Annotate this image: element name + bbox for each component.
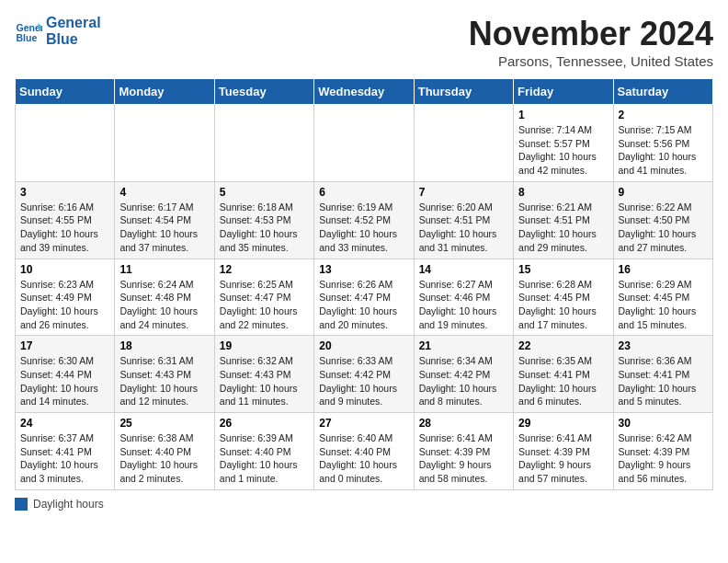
day-number: 2 [619, 109, 708, 121]
calendar-cell: 3Sunrise: 6:16 AM Sunset: 4:55 PM Daylig… [16, 181, 115, 259]
calendar-cell: 21Sunrise: 6:34 AM Sunset: 4:42 PM Dayli… [414, 336, 513, 413]
day-number: 19 [220, 339, 309, 352]
day-info: Sunrise: 6:41 AM Sunset: 4:39 PM Dayligh… [419, 431, 508, 486]
day-info: Sunrise: 6:41 AM Sunset: 4:39 PM Dayligh… [518, 431, 608, 486]
day-info: Sunrise: 6:29 AM Sunset: 4:45 PM Dayligh… [619, 278, 708, 332]
day-number: 12 [220, 263, 309, 276]
day-info: Sunrise: 6:39 AM Sunset: 4:40 PM Dayligh… [220, 431, 309, 486]
calendar-cell: 13Sunrise: 6:26 AM Sunset: 4:47 PM Dayli… [314, 259, 414, 336]
day-info: Sunrise: 6:37 AM Sunset: 4:41 PM Dayligh… [20, 431, 109, 486]
calendar-day-header: Monday [115, 79, 214, 105]
location: Parsons, Tennessee, United States [469, 53, 713, 69]
legend-label: Daylight hours [33, 498, 104, 511]
calendar-cell [314, 105, 414, 182]
logo-general: General [46, 15, 101, 31]
calendar-header-row: SundayMondayTuesdayWednesdayThursdayFrid… [16, 79, 713, 105]
day-info: Sunrise: 6:32 AM Sunset: 4:43 PM Dayligh… [220, 354, 309, 408]
calendar-day-header: Tuesday [214, 79, 313, 105]
calendar-day-header: Friday [514, 79, 613, 105]
day-info: Sunrise: 7:14 AM Sunset: 5:57 PM Dayligh… [518, 123, 608, 178]
calendar-cell: 1Sunrise: 7:14 AM Sunset: 5:57 PM Daylig… [514, 105, 613, 182]
svg-text:Blue: Blue [17, 31, 38, 42]
day-info: Sunrise: 6:38 AM Sunset: 4:40 PM Dayligh… [119, 431, 209, 486]
calendar-cell [414, 105, 513, 182]
calendar-cell: 28Sunrise: 6:41 AM Sunset: 4:39 PM Dayli… [414, 413, 513, 490]
calendar-day-header: Saturday [613, 79, 712, 105]
calendar-cell: 16Sunrise: 6:29 AM Sunset: 4:45 PM Dayli… [613, 259, 712, 336]
calendar-cell: 14Sunrise: 6:27 AM Sunset: 4:46 PM Dayli… [414, 259, 513, 336]
calendar-week-row: 10Sunrise: 6:23 AM Sunset: 4:49 PM Dayli… [16, 259, 713, 336]
calendar-cell: 17Sunrise: 6:30 AM Sunset: 4:44 PM Dayli… [16, 336, 115, 413]
calendar-day-header: Thursday [414, 79, 513, 105]
month-title: November 2024 [469, 15, 713, 53]
calendar-cell: 12Sunrise: 6:25 AM Sunset: 4:47 PM Dayli… [214, 259, 313, 336]
title-block: November 2024 Parsons, Tennessee, United… [469, 15, 713, 69]
day-number: 20 [319, 339, 408, 352]
day-number: 23 [619, 339, 708, 352]
logo-blue: Blue [46, 31, 101, 48]
day-number: 13 [319, 263, 408, 276]
calendar-cell: 2Sunrise: 7:15 AM Sunset: 5:56 PM Daylig… [613, 105, 712, 182]
day-number: 17 [20, 339, 109, 352]
calendar-cell: 27Sunrise: 6:40 AM Sunset: 4:40 PM Dayli… [314, 413, 414, 490]
day-info: Sunrise: 6:33 AM Sunset: 4:42 PM Dayligh… [319, 354, 408, 408]
calendar-cell [115, 105, 214, 182]
calendar-cell: 5Sunrise: 6:18 AM Sunset: 4:53 PM Daylig… [214, 181, 313, 259]
day-info: Sunrise: 6:34 AM Sunset: 4:42 PM Dayligh… [419, 354, 508, 408]
legend: Daylight hours [15, 498, 713, 511]
legend-box [15, 498, 28, 511]
day-info: Sunrise: 6:17 AM Sunset: 4:54 PM Dayligh… [119, 201, 209, 255]
calendar-table: SundayMondayTuesdayWednesdayThursdayFrid… [15, 78, 713, 490]
day-info: Sunrise: 6:25 AM Sunset: 4:47 PM Dayligh… [220, 278, 309, 332]
day-number: 18 [119, 339, 209, 352]
calendar-cell: 20Sunrise: 6:33 AM Sunset: 4:42 PM Dayli… [314, 336, 414, 413]
day-number: 6 [319, 186, 408, 199]
day-info: Sunrise: 6:26 AM Sunset: 4:47 PM Dayligh… [319, 278, 408, 332]
day-number: 21 [419, 339, 508, 352]
day-info: Sunrise: 6:42 AM Sunset: 4:39 PM Dayligh… [619, 431, 708, 486]
calendar-cell [16, 105, 115, 182]
day-number: 24 [20, 417, 109, 430]
day-info: Sunrise: 7:15 AM Sunset: 5:56 PM Dayligh… [619, 123, 708, 178]
calendar-cell: 4Sunrise: 6:17 AM Sunset: 4:54 PM Daylig… [115, 181, 214, 259]
day-number: 15 [518, 263, 608, 276]
day-number: 3 [20, 186, 109, 199]
day-info: Sunrise: 6:16 AM Sunset: 4:55 PM Dayligh… [20, 201, 109, 255]
calendar-day-header: Sunday [16, 79, 115, 105]
calendar-day-header: Wednesday [314, 79, 414, 105]
day-info: Sunrise: 6:24 AM Sunset: 4:48 PM Dayligh… [119, 278, 209, 332]
day-info: Sunrise: 6:35 AM Sunset: 4:41 PM Dayligh… [518, 354, 608, 408]
day-number: 5 [220, 186, 309, 199]
calendar-week-row: 3Sunrise: 6:16 AM Sunset: 4:55 PM Daylig… [16, 181, 713, 259]
logo: General Blue General Blue [15, 15, 101, 47]
day-info: Sunrise: 6:31 AM Sunset: 4:43 PM Dayligh… [119, 354, 209, 408]
day-number: 14 [419, 263, 508, 276]
day-info: Sunrise: 6:36 AM Sunset: 4:41 PM Dayligh… [619, 354, 708, 408]
calendar-cell: 30Sunrise: 6:42 AM Sunset: 4:39 PM Dayli… [613, 413, 712, 490]
day-number: 10 [20, 263, 109, 276]
day-info: Sunrise: 6:19 AM Sunset: 4:52 PM Dayligh… [319, 201, 408, 255]
day-number: 8 [518, 186, 608, 199]
day-info: Sunrise: 6:27 AM Sunset: 4:46 PM Dayligh… [419, 278, 508, 332]
day-info: Sunrise: 6:21 AM Sunset: 4:51 PM Dayligh… [518, 201, 608, 255]
day-info: Sunrise: 6:22 AM Sunset: 4:50 PM Dayligh… [619, 201, 708, 255]
day-number: 22 [518, 339, 608, 352]
calendar-cell: 11Sunrise: 6:24 AM Sunset: 4:48 PM Dayli… [115, 259, 214, 336]
day-number: 30 [619, 417, 708, 430]
calendar-cell: 9Sunrise: 6:22 AM Sunset: 4:50 PM Daylig… [613, 181, 712, 259]
calendar-cell: 6Sunrise: 6:19 AM Sunset: 4:52 PM Daylig… [314, 181, 414, 259]
day-info: Sunrise: 6:40 AM Sunset: 4:40 PM Dayligh… [319, 431, 408, 486]
calendar-cell: 7Sunrise: 6:20 AM Sunset: 4:51 PM Daylig… [414, 181, 513, 259]
day-info: Sunrise: 6:23 AM Sunset: 4:49 PM Dayligh… [20, 278, 109, 332]
day-info: Sunrise: 6:28 AM Sunset: 4:45 PM Dayligh… [518, 278, 608, 332]
calendar-cell: 10Sunrise: 6:23 AM Sunset: 4:49 PM Dayli… [16, 259, 115, 336]
page-header: General Blue General Blue November 2024 … [15, 15, 713, 69]
day-number: 29 [518, 417, 608, 430]
calendar-week-row: 17Sunrise: 6:30 AM Sunset: 4:44 PM Dayli… [16, 336, 713, 413]
day-number: 1 [518, 109, 608, 121]
calendar-cell: 25Sunrise: 6:38 AM Sunset: 4:40 PM Dayli… [115, 413, 214, 490]
day-number: 16 [619, 263, 708, 276]
calendar-cell: 26Sunrise: 6:39 AM Sunset: 4:40 PM Dayli… [214, 413, 313, 490]
calendar-cell: 29Sunrise: 6:41 AM Sunset: 4:39 PM Dayli… [514, 413, 613, 490]
logo-icon: General Blue [15, 17, 42, 45]
